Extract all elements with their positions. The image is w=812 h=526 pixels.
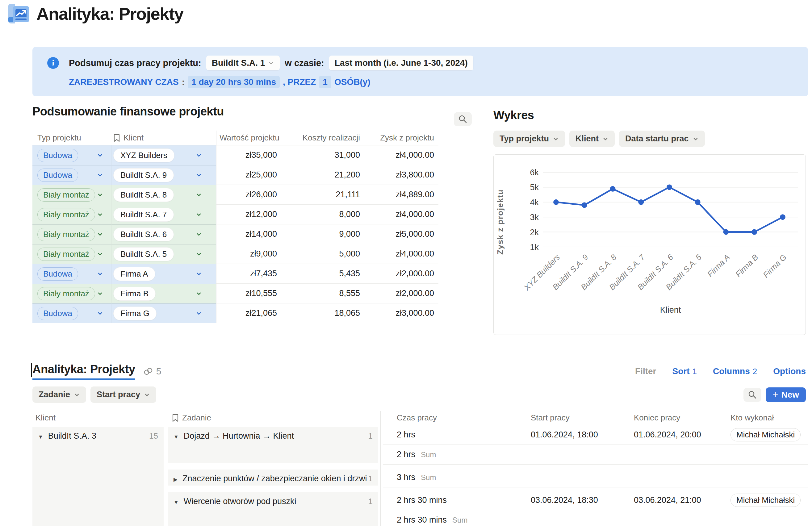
client-tag[interactable]: Firma B [113,287,156,301]
client-cell[interactable]: BuildIt S.A. 8 [111,185,216,205]
chevron-down-icon[interactable] [196,310,202,317]
project-value-cell[interactable]: zł7,435 [216,264,282,284]
project-type-cell[interactable]: Budowa [32,304,111,323]
project-type-cell[interactable]: Biały montaż [32,244,111,264]
client-tag[interactable]: Firma A [113,267,155,281]
chevron-down-icon[interactable] [97,251,103,257]
profit-cell[interactable]: zł4,000.00 [361,145,438,165]
column-header-value[interactable]: Wartość projektu [216,131,282,145]
chevron-down-icon[interactable] [97,172,103,178]
project-type-cell[interactable]: Biały montaż [32,284,111,304]
project-value-cell[interactable]: zł10,555 [216,284,282,304]
profit-cell[interactable]: zł3,000.00 [361,304,438,323]
project-value-cell[interactable]: zł12,000 [216,205,282,224]
column-header-start[interactable]: Start pracy [525,411,628,425]
collapse-triangle-icon[interactable]: ▼ [174,499,179,506]
profit-cell[interactable]: zł4,889.00 [361,185,438,205]
column-header-profit[interactable]: Zysk z projektu [361,133,438,143]
project-value-cell[interactable]: zł21,065 [216,304,282,323]
task-group-cell[interactable]: ▼Dojazd → Hurtownia → Klient1 [168,427,378,463]
project-type-tag[interactable]: Biały montaż [37,188,95,202]
client-cell[interactable]: BuildIt S.A. 7 [111,205,216,224]
profit-cell[interactable]: zł3,800.00 [361,165,438,185]
chevron-down-icon[interactable] [196,291,202,297]
profit-cell[interactable]: zł4,000.00 [361,205,438,224]
chart-filter-typ-projektu[interactable]: Typ projektu [493,131,565,147]
chart-filter-data-startu-prac[interactable]: Data startu prac [619,131,705,147]
costs-cell[interactable]: 21,200 [282,165,361,185]
column-header-client[interactable]: Klient [32,411,164,425]
client-tag[interactable]: BuildIt S.A. 5 [113,247,174,261]
client-cell[interactable]: BuildIt S.A. 6 [111,224,216,244]
chevron-down-icon[interactable] [196,192,202,198]
costs-cell[interactable]: 5,435 [282,264,361,284]
chevron-down-icon[interactable] [196,231,202,237]
task-group-cell[interactable]: ▶Znaczenie punktów / zabezpieczanie okie… [168,469,378,485]
chevron-down-icon[interactable] [196,172,202,178]
project-type-tag[interactable]: Biały montaż [37,248,95,261]
project-value-cell[interactable]: zł35,000 [216,145,282,165]
collapse-triangle-icon[interactable]: ▼ [174,434,179,440]
profit-cell[interactable]: zł5,000.00 [361,224,438,244]
chevron-down-icon[interactable] [97,192,103,198]
chevron-down-icon[interactable] [196,211,202,218]
start-cell[interactable]: 01.06.2024, 18:00 [525,425,628,445]
tasks-filter-zadanie[interactable]: Zadanie [32,386,86,403]
client-tag[interactable]: BuildIt S.A. 7 [113,208,174,222]
table-search-button[interactable] [454,112,472,126]
project-type-cell[interactable]: Biały montaż [32,224,111,244]
end-cell[interactable]: 03.06.2024, 21:00 [628,491,729,510]
filter-button[interactable]: Filter [635,366,656,376]
chevron-down-icon[interactable] [97,310,103,317]
project-type-tag[interactable]: Budowa [37,307,78,320]
project-type-tag[interactable]: Budowa [37,267,78,281]
column-header-client[interactable]: Klient [111,133,216,143]
profit-cell[interactable]: zł2,000.00 [361,284,438,304]
client-cell[interactable]: Firma B [111,284,216,304]
chevron-down-icon[interactable] [97,291,103,297]
project-value-cell[interactable]: zł14,000 [216,224,282,244]
person-tag[interactable]: Michał Michałski [730,494,801,507]
chevron-down-icon[interactable] [97,231,103,237]
costs-cell[interactable]: 8,555 [282,284,361,304]
chevron-down-icon[interactable] [97,271,103,277]
project-type-tag[interactable]: Biały montaż [37,228,95,241]
project-value-cell[interactable]: zł25,000 [216,165,282,185]
client-tag[interactable]: BuildIt S.A. 9 [113,168,174,182]
person-tag[interactable]: Michał Michałski [730,428,801,441]
start-cell[interactable]: 03.06.2024, 18:30 [525,491,628,510]
collapse-triangle-icon[interactable]: ▼ [38,434,43,440]
tasks-view-title[interactable]: Analityka: Projekty [32,363,135,380]
profit-cell[interactable]: zł2,000.00 [361,264,438,284]
column-header-type[interactable]: Typ projektu [32,133,111,143]
costs-cell[interactable]: 8,000 [282,205,361,224]
costs-cell[interactable]: 31,000 [282,145,361,165]
columns-button[interactable]: Columns2 [713,366,757,376]
project-type-tag[interactable]: Budowa [37,169,78,182]
client-tag[interactable]: BuildIt S.A. 6 [113,228,174,242]
project-select[interactable]: BuildIt S.A. 1 [206,56,280,70]
project-type-cell[interactable]: Budowa [32,165,111,185]
client-tag[interactable]: Firma G [113,307,157,320]
costs-cell[interactable]: 18,065 [282,304,361,323]
chevron-down-icon[interactable] [97,152,103,158]
expand-triangle-icon[interactable]: ▶ [174,476,177,483]
client-tag[interactable]: XYZ Builders [113,148,174,162]
chevron-down-icon[interactable] [97,211,103,218]
tasks-search-button[interactable] [743,388,762,402]
chevron-down-icon[interactable] [196,271,202,277]
time-cell[interactable]: 2 hrs 30 mins [383,491,525,510]
column-header-task[interactable]: Zadanie [168,411,378,425]
project-type-tag[interactable]: Budowa [37,149,78,162]
project-type-cell[interactable]: Biały montaż [32,185,111,205]
time-cell[interactable]: 2 hrs [383,425,525,445]
project-type-tag[interactable]: Biały montaż [37,208,95,221]
tasks-filter-start-pracy[interactable]: Start pracy [90,386,156,403]
project-type-cell[interactable]: Budowa [32,264,111,284]
chart-filter-klient[interactable]: Klient [569,131,615,147]
project-value-cell[interactable]: zł9,000 [216,244,282,264]
project-type-tag[interactable]: Biały montaż [37,287,95,300]
who-cell[interactable]: Michał Michałski [729,425,808,445]
chevron-down-icon[interactable] [196,251,202,257]
column-header-time[interactable]: Czas pracy [383,411,525,425]
